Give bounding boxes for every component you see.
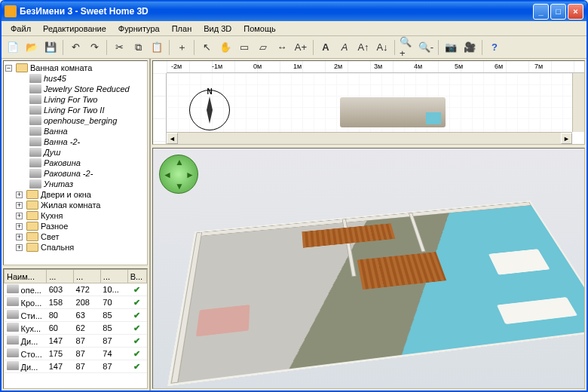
tree-category[interactable]: − Ванная комната xyxy=(5,63,145,73)
col-visible[interactable]: В... xyxy=(127,270,146,283)
tree-category[interactable]: +Свет xyxy=(5,231,145,242)
furniture-icon xyxy=(29,179,41,188)
tree-item[interactable]: Ванна xyxy=(5,126,145,136)
tree-item[interactable]: Раковина -2- xyxy=(5,168,145,179)
furniture-icon xyxy=(29,106,41,115)
menu-furniture[interactable]: Фурнитура xyxy=(112,23,166,35)
new-icon[interactable]: 📄 xyxy=(5,39,21,56)
tree-category[interactable]: +Спальня xyxy=(5,242,145,253)
app-icon xyxy=(5,5,17,17)
visible-checkbox[interactable]: ✔ xyxy=(127,348,146,360)
titlebar[interactable]: БезИмени 3 - Sweet Home 3D _ □ × xyxy=(2,2,586,21)
open-icon[interactable]: 📂 xyxy=(23,39,40,56)
nav-left-icon[interactable]: ◄ xyxy=(163,170,172,180)
col-name[interactable]: Наим... xyxy=(5,270,47,283)
italic-icon[interactable]: A xyxy=(336,39,353,56)
minimize-button[interactable]: _ xyxy=(533,4,549,20)
furniture-icon xyxy=(29,116,41,125)
visible-checkbox[interactable]: ✔ xyxy=(127,322,146,335)
scroll-right-icon[interactable]: ► xyxy=(561,133,572,144)
menu-help[interactable]: Помощь xyxy=(237,23,282,35)
tree-item[interactable]: Унитаз xyxy=(5,179,145,189)
text-icon[interactable]: A+ xyxy=(292,39,309,56)
nav-orbit-control[interactable]: ▲ ▼ ◄ ► xyxy=(159,155,198,194)
visible-checkbox[interactable]: ✔ xyxy=(127,309,146,322)
nav-up-icon[interactable]: ▲ xyxy=(175,157,184,167)
folder-icon xyxy=(26,243,38,252)
tree-category[interactable]: +Двери и окна xyxy=(5,189,145,200)
pan-icon[interactable]: ✋ xyxy=(217,39,234,56)
table-row[interactable]: Кух...606285✔ xyxy=(5,322,147,335)
col-width[interactable]: ... xyxy=(47,270,74,283)
tree-item[interactable]: hus45 xyxy=(5,73,145,84)
menu-file[interactable]: Файл xyxy=(5,23,37,35)
table-row[interactable]: Ди...1478787✔ xyxy=(5,360,147,373)
dimension-icon[interactable]: ↔ xyxy=(274,39,290,56)
tree-category[interactable]: +Кухня xyxy=(5,210,145,221)
visible-checkbox[interactable]: ✔ xyxy=(127,335,146,348)
zoom-in-icon[interactable]: 🔍+ xyxy=(399,39,415,56)
compass-icon[interactable] xyxy=(189,90,230,130)
video-icon[interactable]: 🎥 xyxy=(461,39,478,56)
tree-item[interactable]: Living For Two II xyxy=(5,105,145,115)
cut-icon[interactable]: ✂ xyxy=(111,39,127,56)
col-height[interactable]: ... xyxy=(100,270,127,283)
scrollbar-horizontal[interactable]: ◄ ► xyxy=(167,132,572,144)
nav-right-icon[interactable]: ► xyxy=(185,170,194,180)
close-button[interactable]: × xyxy=(568,4,583,20)
tree-item[interactable]: Jewelry Store Reduced xyxy=(5,84,145,94)
font-inc-icon[interactable]: A↑ xyxy=(355,39,372,56)
tree-item[interactable]: openhouse_berging xyxy=(5,115,145,126)
app-window: БезИмени 3 - Sweet Home 3D _ □ × Файл Ре… xyxy=(0,0,588,392)
menu-edit[interactable]: Редактирование xyxy=(37,23,112,35)
view-3d[interactable]: ▲ ▼ ◄ ► xyxy=(152,148,585,389)
furniture-catalog-tree[interactable]: − Ванная комната hus45 Jewelry Store Red… xyxy=(3,60,148,265)
photo-icon[interactable]: 📷 xyxy=(443,39,459,56)
table-row[interactable]: Ди...1478787✔ xyxy=(5,335,147,348)
table-row[interactable]: Сто...1758774✔ xyxy=(5,348,147,360)
tree-item[interactable]: Living For Two xyxy=(5,94,145,105)
visible-checkbox[interactable]: ✔ xyxy=(127,296,146,309)
folder-icon xyxy=(26,211,38,220)
table-row[interactable]: Кро...15820870✔ xyxy=(5,296,147,309)
furniture-icon xyxy=(7,361,19,370)
maximize-button[interactable]: □ xyxy=(550,4,566,20)
floorplan-3d[interactable] xyxy=(167,201,585,386)
scrollbar-vertical[interactable] xyxy=(572,73,584,132)
tree-category[interactable]: +Разное xyxy=(5,221,145,231)
tree-label: Ванная комната xyxy=(30,63,92,72)
plan-2d-view[interactable]: -2м-1м 0м1м 2м3м 4м5м 6м7м ◄ ► xyxy=(152,60,585,145)
select-icon[interactable]: ↖ xyxy=(198,39,215,56)
furniture-icon xyxy=(29,95,41,104)
window-title: БезИмени 3 - Sweet Home 3D xyxy=(20,6,149,17)
save-icon[interactable]: 💾 xyxy=(42,39,59,56)
plan-model-preview[interactable] xyxy=(340,97,446,127)
tree-item[interactable]: Раковина xyxy=(5,158,145,168)
scroll-left-icon[interactable]: ◄ xyxy=(167,133,178,144)
paste-icon[interactable]: 📋 xyxy=(149,39,165,56)
zoom-out-icon[interactable]: 🔍- xyxy=(418,39,434,56)
bold-icon[interactable]: A xyxy=(317,39,334,56)
undo-icon[interactable]: ↶ xyxy=(67,39,84,56)
copy-icon[interactable]: ⧉ xyxy=(130,39,146,56)
col-depth[interactable]: ... xyxy=(74,270,101,283)
tree-category[interactable]: +Жилая комната xyxy=(5,200,145,210)
folder-icon xyxy=(26,201,38,210)
plan-canvas[interactable] xyxy=(167,73,572,132)
tree-item[interactable]: Ванна -2- xyxy=(5,136,145,147)
table-row[interactable]: Сти...806385✔ xyxy=(5,309,147,322)
add-furniture-icon[interactable]: ＋ xyxy=(173,39,190,56)
font-dec-icon[interactable]: A↓ xyxy=(374,39,390,56)
visible-checkbox[interactable]: ✔ xyxy=(127,360,146,373)
table-row[interactable]: опе...60347210...✔ xyxy=(5,283,147,296)
menu-plan[interactable]: План xyxy=(166,23,198,35)
furniture-list-table[interactable]: Наим... ... ... ... В... опе...60347210.… xyxy=(3,268,148,389)
help-icon[interactable]: ? xyxy=(486,39,503,56)
menu-view3d[interactable]: Вид 3D xyxy=(198,23,237,35)
nav-down-icon[interactable]: ▼ xyxy=(175,181,184,191)
visible-checkbox[interactable]: ✔ xyxy=(127,283,146,296)
tree-item[interactable]: Душ xyxy=(5,147,145,158)
room-icon[interactable]: ▱ xyxy=(255,39,271,56)
wall-icon[interactable]: ▭ xyxy=(236,39,253,56)
redo-icon[interactable]: ↷ xyxy=(86,39,103,56)
